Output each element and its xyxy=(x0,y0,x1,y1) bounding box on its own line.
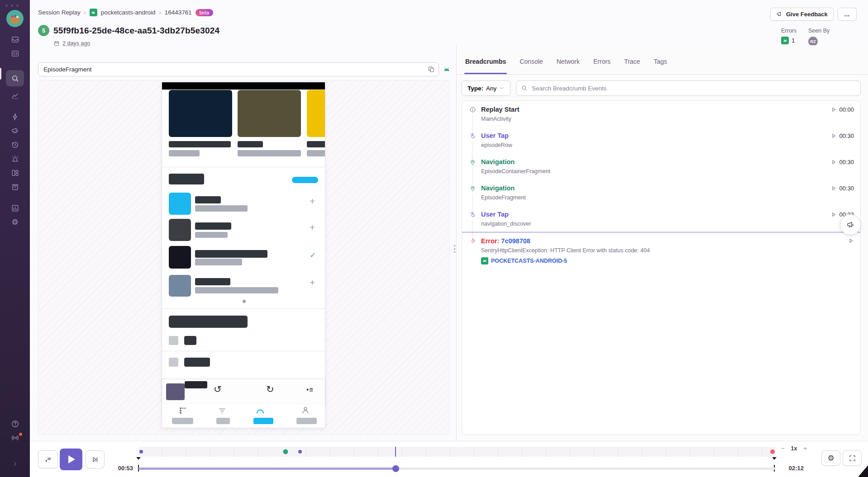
breadcrumb-search-input[interactable] xyxy=(38,62,439,76)
cyan-button xyxy=(292,177,318,183)
sidebar-item-whats-new[interactable] xyxy=(6,431,24,445)
android-project-icon xyxy=(781,37,789,44)
breadcrumb-event-nav[interactable]: NavigationEpisodeFragment00:30 xyxy=(462,179,860,206)
tab-console[interactable]: Console xyxy=(519,58,544,74)
playback-speed[interactable]: 1x xyxy=(791,445,797,452)
feedback-widget-button[interactable] xyxy=(840,214,861,235)
seen-by-stat: Seen By RZ xyxy=(808,28,830,46)
sidebar-item-replays[interactable] xyxy=(6,138,24,152)
timeline-event-navigation[interactable] xyxy=(283,449,288,454)
sidebar-bottom xyxy=(0,417,30,477)
event-timestamp[interactable]: 00:30 xyxy=(831,158,854,165)
event-detail: SentryHttpClientException: HTTP Client E… xyxy=(481,247,843,254)
breadcrumbs-panel: BreadcrumbsConsoleNetworkErrorsTraceTags… xyxy=(457,45,868,441)
tab-errors[interactable]: Errors xyxy=(592,58,611,74)
location-pin-icon xyxy=(468,185,477,192)
android-project-icon xyxy=(90,9,97,16)
give-feedback-button[interactable]: Give Feedback xyxy=(770,8,834,21)
event-timestamp[interactable]: 00:00 xyxy=(831,106,854,113)
timeline-event-tap[interactable] xyxy=(298,450,302,453)
svg-text:10: 10 xyxy=(47,457,51,461)
event-timestamp[interactable]: 00:30 xyxy=(831,132,854,139)
sidebar-item-dashboards[interactable] xyxy=(6,89,24,103)
type-filter-dropdown[interactable]: Type: Any xyxy=(462,80,510,96)
project-name: POCKETCASTS-ANDROID-5 xyxy=(491,258,567,264)
window-dots xyxy=(5,5,19,7)
event-title: Navigation xyxy=(481,184,825,192)
breadcrumb-event-nav[interactable]: NavigationEpisodeContainerFragment00:30 xyxy=(462,153,860,179)
rewind-10s-button[interactable]: 10 xyxy=(38,450,58,468)
sidebar-item-feedback[interactable] xyxy=(6,124,24,138)
give-feedback-label: Give Feedback xyxy=(786,11,828,18)
breadcrumb-event-info[interactable]: Replay StartMainActivity00:00 xyxy=(462,101,860,127)
tab-network[interactable]: Network xyxy=(556,58,581,74)
event-body: Error: 7c098708SentryHttpClientException… xyxy=(481,237,843,264)
zoom-in-button[interactable]: + xyxy=(804,445,807,452)
fullscreen-button[interactable] xyxy=(843,450,862,466)
sidebar-collapse-button[interactable] xyxy=(6,457,24,471)
ellipsis-icon: … xyxy=(844,11,850,18)
breadcrumb-session-replay[interactable]: Session Replay xyxy=(38,9,81,16)
replay-settings-button[interactable]: ⚙ xyxy=(821,450,840,466)
event-detail: navigation_discover xyxy=(481,221,825,227)
error-id-link[interactable]: 7c098708 xyxy=(501,237,530,245)
pointer-tap-icon xyxy=(468,132,477,139)
tab-tags[interactable]: Tags xyxy=(653,58,668,74)
breadcrumb-event-tap[interactable]: User TapepisodeRow00:30 xyxy=(462,127,860,153)
skip-to-end-button[interactable] xyxy=(86,450,105,468)
project-link[interactable]: POCKETCASTS-ANDROID-5 xyxy=(481,257,843,264)
sidebar-item-boards[interactable] xyxy=(6,166,24,180)
org-avatar[interactable] xyxy=(6,10,24,27)
timeline-event-track[interactable] xyxy=(138,447,775,457)
active-nav-pill xyxy=(253,418,273,424)
play-button[interactable] xyxy=(60,449,82,470)
podcasts-grid-icon xyxy=(178,406,187,415)
replay-player-panel: + + ✓ + xyxy=(30,45,456,441)
event-body: Replay StartMainActivity xyxy=(481,106,825,123)
sidebar-item-alerts[interactable] xyxy=(6,152,24,166)
errors-stat: Errors 1 xyxy=(781,28,796,46)
zoom-out-button[interactable]: − xyxy=(781,445,785,452)
pointer-tap-icon xyxy=(468,211,477,218)
fire-icon xyxy=(468,238,477,245)
sidebar-item-issues[interactable] xyxy=(6,33,24,47)
copy-icon[interactable] xyxy=(428,66,435,73)
event-timestamp[interactable]: 00:30 xyxy=(831,184,854,192)
event-detail: episodeRow xyxy=(481,142,825,149)
breadcrumb-project[interactable]: pocketcasts-android xyxy=(101,9,156,16)
content: + + ✓ + xyxy=(30,45,868,441)
breadcrumb-event-tap[interactable]: User Tapnavigation_discover00:33 xyxy=(462,206,860,232)
event-title: User Tap xyxy=(481,132,825,140)
check-icon: ✓ xyxy=(310,251,316,259)
event-timestamp[interactable] xyxy=(848,237,854,244)
search-icon xyxy=(521,85,528,91)
sidebar-item-stats[interactable] xyxy=(6,201,24,215)
more-options-button[interactable]: … xyxy=(838,8,857,21)
timeline-scrubber-bar[interactable] xyxy=(138,468,775,470)
sidebar-item-insights[interactable] xyxy=(6,110,24,124)
sidebar-item-help[interactable] xyxy=(6,417,24,431)
sidebar-item-settings[interactable]: ⚙ xyxy=(6,215,24,229)
type-filter-label: Type: xyxy=(467,85,483,92)
breadcrumb: Session Replay › pocketcasts-android › 1… xyxy=(38,9,213,16)
timeline-event-tap[interactable] xyxy=(139,450,143,453)
megaphone-icon xyxy=(776,11,783,18)
filter-row: Type: Any xyxy=(462,80,861,96)
event-body: NavigationEpisodeContainerFragment xyxy=(481,158,825,175)
sidebar-item-explore[interactable] xyxy=(6,70,24,86)
timeline-scrubber-handle[interactable] xyxy=(392,465,399,472)
breadcrumb-event-error[interactable]: Error: 7c098708SentryHttpClientException… xyxy=(462,232,860,269)
event-body: User TapepisodeRow xyxy=(481,132,825,149)
episode-artwork xyxy=(169,275,191,297)
sidebar-item-projects[interactable] xyxy=(6,47,24,61)
timeline-event-error[interactable] xyxy=(770,449,775,454)
breadcrumb-events-search-input[interactable] xyxy=(516,80,861,96)
replay-stage[interactable]: + + ✓ + xyxy=(38,80,450,435)
android-project-icon xyxy=(481,257,488,264)
sidebar-item-archive[interactable] xyxy=(6,180,24,194)
seen-by-label: Seen By xyxy=(808,28,830,34)
page-dot xyxy=(243,300,246,303)
tab-breadcrumbs[interactable]: Breadcrumbs xyxy=(464,58,507,74)
tab-trace[interactable]: Trace xyxy=(623,58,641,74)
event-detail: MainActivity xyxy=(481,116,825,123)
